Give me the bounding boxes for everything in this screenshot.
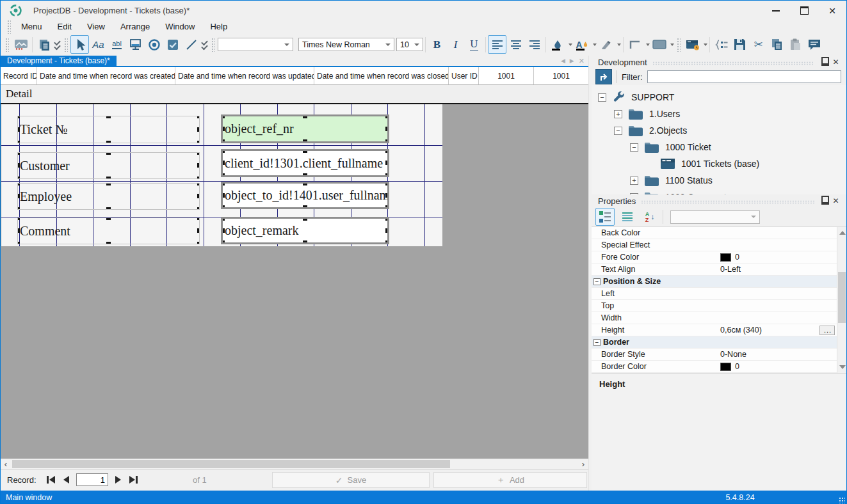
expand-icon[interactable]: +: [614, 110, 622, 118]
property-section-border[interactable]: −Border: [592, 336, 837, 349]
expand-icon[interactable]: +: [630, 177, 638, 185]
resize-grip[interactable]: [839, 497, 845, 503]
property-row-border-style[interactable]: Border Style0-None: [592, 349, 837, 361]
close-panel-icon[interactable]: ✕: [830, 196, 841, 205]
selection-handle[interactable]: [303, 182, 307, 185]
label-ticket-no[interactable]: Ticket №: [17, 116, 200, 143]
property-row-top[interactable]: Top: [592, 300, 837, 312]
chevron-down-icon[interactable]: [704, 43, 707, 46]
chevron-double-down-icon[interactable]: [202, 40, 207, 49]
align-left-button[interactable]: [488, 35, 506, 54]
menu-item-view[interactable]: View: [79, 20, 113, 33]
selection-handle[interactable]: [17, 177, 20, 179]
italic-button[interactable]: I: [446, 35, 465, 54]
selection-handle[interactable]: [303, 173, 307, 177]
checkbox-tool-button[interactable]: [163, 35, 182, 54]
header-cell-value-2[interactable]: 1001: [534, 67, 588, 84]
selection-handle[interactable]: [197, 116, 200, 118]
paste-button[interactable]: [786, 35, 805, 54]
collapse-icon[interactable]: −: [598, 93, 606, 102]
tree-node-support[interactable]: − SUPPORT: [592, 89, 846, 106]
selection-handle[interactable]: [106, 183, 111, 185]
comment-button[interactable]: [805, 35, 823, 54]
save-button[interactable]: [730, 35, 749, 54]
font-color-button[interactable]: A: [572, 35, 591, 54]
scroll-down-icon[interactable]: [839, 365, 846, 369]
align-center-button[interactable]: [506, 35, 525, 54]
selection-handle[interactable]: [197, 183, 200, 185]
label-tool-button[interactable]: Aa: [89, 35, 108, 54]
close-panel-icon[interactable]: ✕: [830, 58, 841, 67]
image-tool-button[interactable]: [12, 35, 30, 54]
selection-handle[interactable]: [221, 205, 225, 209]
selection-handle[interactable]: [197, 194, 200, 198]
collapse-icon[interactable]: −: [630, 143, 638, 152]
align-right-button[interactable]: [525, 35, 544, 54]
selection-handle[interactable]: [221, 240, 225, 244]
collapse-icon[interactable]: −: [593, 339, 601, 346]
selection-handle[interactable]: [385, 205, 389, 209]
scroll-left-icon[interactable]: ‹: [1, 459, 11, 469]
selection-handle[interactable]: [385, 240, 389, 244]
horizontal-scrollbar[interactable]: ‹ ›: [1, 459, 588, 469]
add-record-button[interactable]: ＋ Add: [433, 472, 587, 488]
property-row-border-color[interactable]: Border Color0: [592, 361, 837, 373]
field-client-fullname[interactable]: client_id!1301.client_fullname: [221, 149, 389, 177]
bold-button[interactable]: B: [428, 35, 446, 54]
header-cell-value-1[interactable]: 1001: [479, 67, 534, 84]
selection-handle[interactable]: [17, 194, 20, 198]
selection-handle[interactable]: [17, 127, 20, 132]
tab-development-tickets[interactable]: Development - Tickets (base)*: [1, 56, 117, 66]
header-cell-updated[interactable]: Date and time when record was updated: [175, 67, 314, 84]
tree-node-objects[interactable]: − 2.Objects: [592, 122, 846, 139]
field-object-ref-nr[interactable]: object_ref_nr: [221, 114, 389, 143]
selection-handle[interactable]: [221, 228, 225, 233]
filter-input[interactable]: [647, 70, 842, 83]
collapse-icon[interactable]: −: [593, 278, 601, 285]
header-cell-record-id[interactable]: Record ID: [1, 67, 37, 84]
field-user-fullname[interactable]: object_to_id!1401.user_fullname: [221, 182, 389, 209]
textbox-tool-button[interactable]: abl: [108, 35, 126, 54]
selection-handle[interactable]: [385, 217, 389, 221]
property-row-text-align[interactable]: Text Align0-Left: [592, 264, 837, 276]
categorized-view-button[interactable]: [595, 208, 615, 226]
selection-handle[interactable]: [221, 182, 225, 185]
font-name-combobox[interactable]: Times New Roman: [298, 38, 394, 51]
label-employee[interactable]: Employee: [17, 183, 200, 210]
selection-handle[interactable]: [17, 141, 20, 143]
tree-node-1200-comment[interactable]: + 1200 Comment: [592, 189, 846, 194]
line-tool-button[interactable]: [182, 35, 200, 54]
scroll-up-icon[interactable]: [839, 231, 846, 235]
pointer-tool-button[interactable]: [70, 35, 89, 54]
tree-node-1000-ticket[interactable]: − 1000 Ticket: [592, 139, 846, 155]
font-size-combobox[interactable]: 10: [396, 38, 423, 51]
menu-item-window[interactable]: Window: [157, 20, 202, 33]
selection-handle[interactable]: [303, 205, 307, 209]
selection-handle[interactable]: [106, 242, 111, 244]
selection-handle[interactable]: [106, 141, 111, 143]
selection-handle[interactable]: [385, 114, 389, 118]
selection-handle[interactable]: [303, 240, 307, 244]
selection-handle[interactable]: [197, 127, 200, 132]
form-options-button[interactable]: [683, 35, 702, 54]
selection-handle[interactable]: [17, 183, 20, 185]
selection-handle[interactable]: [106, 152, 111, 155]
minimize-button[interactable]: [762, 1, 790, 20]
height-editor-button[interactable]: ...: [819, 326, 835, 335]
fill-color-button[interactable]: [548, 35, 567, 54]
drag-grip[interactable]: [677, 38, 681, 52]
tab-scroll-left-icon[interactable]: ◀: [561, 58, 565, 64]
drag-grip[interactable]: [7, 20, 11, 34]
collapse-icon[interactable]: −: [614, 127, 622, 135]
highlight-button[interactable]: [597, 35, 615, 54]
drag-grip[interactable]: [5, 38, 9, 52]
property-row-special-effect[interactable]: Special Effect: [592, 239, 837, 251]
tab-close-icon[interactable]: ✕: [579, 57, 585, 65]
selection-handle[interactable]: [385, 173, 389, 177]
selection-handle[interactable]: [303, 149, 307, 153]
selection-handle[interactable]: [17, 163, 20, 168]
detail-section-grid[interactable]: Ticket № Customer Employee Comment objec…: [1, 104, 442, 246]
previous-record-button[interactable]: [62, 475, 70, 485]
selection-handle[interactable]: [221, 161, 225, 165]
selection-handle[interactable]: [106, 177, 111, 179]
